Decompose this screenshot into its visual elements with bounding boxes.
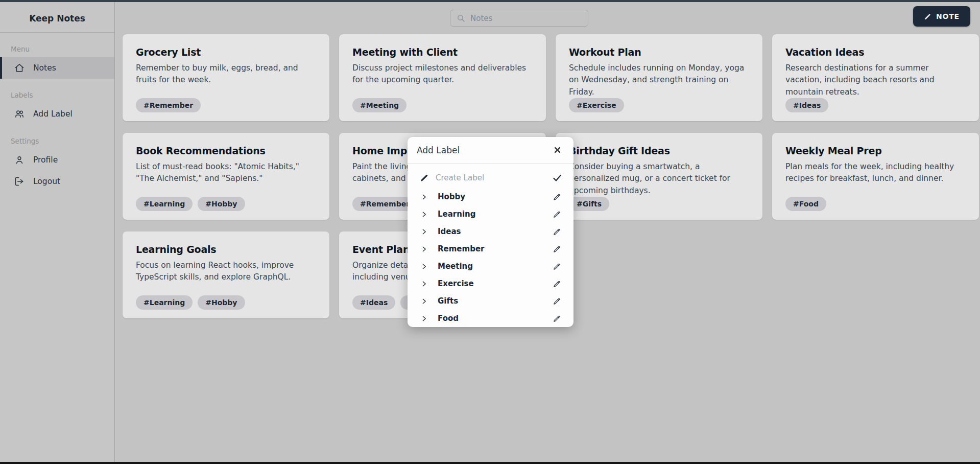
note-tag[interactable]: #Ideas [785,98,828,112]
edit-label-button[interactable] [553,280,561,288]
note-title: Workout Plan [569,47,749,58]
note-body: Plan meals for the week, including healt… [785,161,966,185]
label-row-food[interactable]: Food [408,310,573,327]
note-title: Birthday Gift Ideas [569,145,749,156]
create-label-row [408,168,573,188]
user-icon [14,155,25,165]
note-tags: #Gifts [569,197,609,211]
note-tags: #Food [785,197,826,211]
note-title: Weekly Meal Prep [785,145,966,156]
note-tag[interactable]: #Hobby [198,197,245,211]
label-row-meeting[interactable]: Meeting [408,258,573,275]
note-tags: #Learning #Hobby [136,197,245,211]
note-tag[interactable]: #Learning [136,197,193,211]
note-tags: #Meeting [352,98,407,112]
edit-label-button[interactable] [553,314,561,323]
sidebar-item-label: Notes [33,63,56,73]
confirm-label-button[interactable] [552,173,562,183]
note-tags: #Ideas [785,98,828,112]
chevron-right-icon [421,194,427,200]
add-note-button-label: NOTE [936,12,960,20]
edit-pencil-icon [553,193,561,201]
sidebar-item-label: Logout [33,177,60,186]
label-name: Meeting [438,262,553,271]
label-name: Learning [438,210,553,219]
label-row-learning[interactable]: Learning [408,205,573,223]
note-tag[interactable]: #Remember [136,98,201,112]
label-row-exercise[interactable]: Exercise [408,275,573,292]
note-body: List of must-read books: "Atomic Habits,… [136,161,316,185]
note-title: Meeting with Client [352,47,533,58]
sidebar-item-notes[interactable]: Notes [0,57,114,79]
note-title: Grocery List [136,47,316,58]
modal-header: Add Label [408,137,573,164]
edit-label-button[interactable] [553,210,561,219]
edit-label-button[interactable] [553,297,561,306]
edit-pencil-icon [553,262,561,271]
users-icon [14,109,25,119]
note-card[interactable]: Workout Plan Schedule includes running o… [556,34,762,121]
sidebar-item-add-label[interactable]: Add Label [0,103,114,125]
chevron-right-icon [421,211,427,218]
search-box [450,10,588,27]
add-note-button[interactable]: NOTE [913,6,970,27]
label-name: Hobby [438,192,553,201]
pencil-icon [420,173,429,182]
label-row-hobby[interactable]: Hobby [408,188,573,205]
note-tag[interactable]: #Gifts [569,197,609,211]
chevron-right-icon [421,315,427,322]
note-tag[interactable]: #Learning [136,295,193,310]
note-title: Vacation Ideas [785,47,966,58]
note-tag[interactable]: #Exercise [569,98,624,112]
label-row-remember[interactable]: Remember [408,240,573,258]
note-body: Schedule includes running on Monday, yog… [569,62,749,98]
note-tag[interactable]: #Food [785,197,826,211]
note-card[interactable]: Weekly Meal Prep Plan meals for the week… [772,133,979,220]
sidebar-item-profile[interactable]: Profile [0,149,114,171]
sidebar-section-menu: Menu [11,45,114,53]
sidebar-divider [0,32,114,33]
label-name: Food [438,314,553,323]
edit-label-button[interactable] [553,193,561,201]
chevron-right-icon [421,228,427,235]
modal-close-button[interactable] [553,145,562,155]
check-icon [552,173,562,183]
pencil-icon [924,13,931,20]
modal-title: Add Label [417,145,460,155]
note-tag[interactable]: #Meeting [352,98,407,112]
label-row-ideas[interactable]: Ideas [408,223,573,240]
note-tags: #Remember [136,98,201,112]
note-title: Book Recommendations [136,145,316,156]
sidebar-item-logout[interactable]: Logout [0,171,114,192]
edit-label-button[interactable] [553,227,561,236]
note-card[interactable]: Book Recommendations List of must-read b… [123,133,329,220]
note-body: Discuss project milestones and deliverab… [352,62,533,86]
search-input[interactable] [470,14,572,23]
create-label-input[interactable] [436,173,545,182]
label-name: Gifts [438,296,553,306]
note-card[interactable]: Meeting with Client Discuss project mile… [339,34,546,121]
label-row-gifts[interactable]: Gifts [408,292,573,310]
sidebar-item-label: Profile [33,155,58,165]
top-accent-strip [0,0,980,2]
note-card[interactable]: Grocery List Remember to buy milk, eggs,… [123,34,329,121]
edit-pencil-icon [553,210,561,219]
note-card[interactable]: Vacation Ideas Research destinations for… [772,34,979,121]
logout-icon [14,176,25,187]
chevron-right-icon [421,263,427,270]
note-tags: #Exercise [569,98,624,112]
add-label-modal: Add Label Hobby Learning Ideas Rem [408,137,573,327]
edit-pencil-icon [553,314,561,323]
note-body: Focus on learning React hooks, improve T… [136,260,316,284]
edit-label-button[interactable] [553,245,561,253]
note-body: Consider buying a smartwatch, a personal… [569,161,749,197]
note-card[interactable]: Birthday Gift Ideas Consider buying a sm… [556,133,762,220]
edit-label-button[interactable] [553,262,561,271]
close-icon [554,146,561,154]
sidebar: Keep Notes Menu Notes Labels Add Label S… [0,2,115,462]
note-tag[interactable]: #Hobby [198,295,245,310]
note-title: Learning Goals [136,244,316,255]
note-card[interactable]: Learning Goals Focus on learning React h… [123,231,329,318]
note-tag[interactable]: #Ideas [352,295,395,310]
note-body: Remember to buy milk, eggs, bread, and f… [136,62,316,86]
